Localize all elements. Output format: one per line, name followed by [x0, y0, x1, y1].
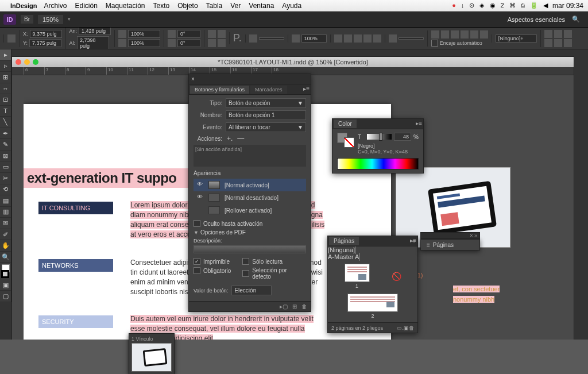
tint-slider[interactable] — [367, 134, 392, 140]
valor-boton-field[interactable]: Elección — [231, 286, 272, 295]
visibility-icon[interactable] — [196, 206, 204, 214]
y-field[interactable]: 7,375 pulg — [29, 39, 61, 47]
fit-3-icon[interactable] — [451, 30, 459, 38]
fit-4-icon[interactable] — [461, 30, 469, 38]
eye-icon[interactable]: ◉ — [490, 2, 496, 9]
caption-line-1[interactable]: et, con sectetuer — [453, 286, 500, 292]
page-thumb-2[interactable] — [347, 294, 398, 312]
hand-tool[interactable]: ✋ — [0, 240, 11, 252]
menu-archivo[interactable]: Archivo — [44, 2, 67, 10]
search-icon[interactable]: 🔍 — [572, 16, 580, 23]
floating-pages-header[interactable]: × » — [420, 232, 480, 239]
appearance-normal-on[interactable]: 👁 [Normal activado] — [194, 179, 306, 191]
content-collector-tool[interactable]: ⊡ — [0, 94, 11, 106]
pages-panel[interactable]: Páginas ▸≡ « [Ninguna] A-Master A 1 🚫 2 … — [327, 236, 418, 333]
fx-icon[interactable] — [292, 34, 300, 43]
indesign-logo[interactable]: ID — [3, 14, 16, 25]
width-field[interactable]: 1,428 pulg — [79, 28, 111, 35]
rotate-ccw-icon[interactable] — [218, 39, 226, 47]
preview-button[interactable]: ▸▢ — [280, 303, 288, 310]
align-2-icon[interactable] — [554, 30, 562, 38]
menu-maquetacion[interactable]: Maquetación — [106, 2, 145, 10]
height-field[interactable]: 2,7398 pulg — [77, 36, 109, 50]
icon-b[interactable]: ⎙ — [521, 2, 525, 9]
zoom-dropdown-icon[interactable]: ▼ — [67, 17, 71, 22]
seleccion-checkbox[interactable] — [242, 270, 249, 277]
opacity-field[interactable]: 100% — [301, 34, 327, 43]
section-label-consulting[interactable]: IT CONSULTING — [38, 202, 113, 214]
volume-icon[interactable]: ◀ — [543, 2, 548, 9]
tab-marcadores[interactable]: Marcadores — [250, 86, 287, 94]
type-tool[interactable]: T — [0, 106, 11, 117]
obligatorio-checkbox[interactable] — [194, 267, 200, 274]
spectrum-picker[interactable] — [337, 158, 419, 169]
tint-value[interactable]: 48 — [394, 133, 411, 141]
scissors-tool[interactable]: ✂ — [0, 173, 11, 184]
close-icon[interactable]: × — [470, 233, 473, 238]
document-titlebar[interactable]: *TC9980101-LAYOUT-MI1.indd @ 150% [Conve… — [12, 57, 574, 67]
remove-action-button[interactable]: — — [237, 134, 244, 142]
pages-collapse-icon[interactable]: ≡ — [427, 242, 430, 248]
icon-a[interactable]: ⌘ — [509, 2, 516, 9]
panel-menu-icon[interactable]: ▸≡ — [303, 86, 310, 92]
menu-edicion[interactable]: Edición — [75, 2, 97, 10]
page-heading[interactable]: ext-generation IT suppo — [24, 168, 207, 188]
delete-page-button[interactable]: 🗑 — [409, 325, 414, 331]
nombre-field[interactable]: Botón de opción 1 — [226, 110, 306, 120]
trash-button[interactable]: 🗑 — [301, 303, 307, 310]
sync-icon[interactable]: ↓ — [461, 2, 465, 9]
reference-point-icon[interactable] — [7, 34, 16, 43]
appearance-rollover-on[interactable]: [Rollover activado] — [194, 204, 306, 217]
expand-icon[interactable]: » — [474, 233, 477, 238]
textwrap-1-icon[interactable] — [334, 34, 342, 43]
shear-field[interactable]: 0° — [177, 39, 200, 47]
actions-list[interactable]: [Sin acción añadida] — [194, 145, 306, 167]
appearance-normal-off[interactable]: 👁 [Normal desactivado] — [194, 191, 306, 204]
align-3-icon[interactable] — [564, 30, 572, 38]
tab-color[interactable]: Color — [334, 119, 357, 128]
gradient-swatch-tool[interactable]: ▤ — [0, 195, 11, 207]
direct-selection-tool[interactable]: ▹ — [0, 61, 11, 72]
pages-thumbnails[interactable]: 1 🚫 2 — [328, 260, 417, 322]
fill-stroke-proxy[interactable] — [337, 133, 354, 148]
fill-stroke-swatch[interactable] — [2, 264, 9, 277]
flip-h-icon[interactable] — [208, 30, 216, 38]
eyedropper-tool[interactable]: ✐ — [0, 229, 11, 241]
edit-page-size-button[interactable]: ▭. — [397, 325, 404, 331]
align-5-icon[interactable] — [554, 39, 562, 47]
battery-icon[interactable]: 🔋 — [530, 2, 538, 9]
tipo-dropdown[interactable]: Botón de opción▼ — [226, 98, 306, 108]
alert-icon[interactable]: ● — [452, 2, 456, 9]
zoom-tool[interactable]: 🔍 — [0, 252, 11, 263]
buttons-forms-panel[interactable]: × Botones y formularios Marcadores ▸≡ Ti… — [188, 74, 311, 312]
line-tool[interactable]: ╲ — [0, 117, 11, 128]
menu-tabla[interactable]: Tabla — [206, 2, 223, 10]
dropbox-icon[interactable]: ◈ — [479, 2, 484, 9]
stroke-weight[interactable] — [259, 37, 284, 40]
gradient-feather-tool[interactable]: ▥ — [0, 207, 11, 218]
x-field[interactable]: 9,375 pulg — [30, 30, 62, 38]
app-name[interactable]: InDesign — [10, 2, 37, 9]
floating-pages-tab[interactable]: ≡ Páginas — [420, 239, 480, 250]
fit-2-icon[interactable] — [441, 30, 449, 38]
workspace-switcher[interactable]: Aspectos esenciales — [508, 16, 565, 23]
zoom-level[interactable]: 150% — [38, 15, 63, 24]
scale-x-field[interactable]: 100% — [128, 30, 160, 38]
pen-tool[interactable]: ✒ — [0, 128, 11, 140]
tab-botones[interactable]: Botones y formularios — [190, 86, 249, 94]
descripcion-field[interactable] — [194, 245, 306, 253]
scale-y-field[interactable]: 100% — [128, 39, 160, 47]
page-tool[interactable]: ⊞ — [0, 72, 11, 83]
note-tool[interactable]: ✉ — [0, 218, 11, 229]
pages-panel-menu-icon[interactable]: ▸≡ — [410, 237, 416, 244]
menu-objeto[interactable]: Objeto — [177, 2, 198, 10]
imprimible-checkbox[interactable] — [194, 258, 200, 265]
gap-tool[interactable]: ↔ — [0, 83, 11, 95]
p-icon[interactable]: P. — [233, 32, 242, 44]
fit-1-icon[interactable] — [431, 30, 439, 38]
auto-fit-checkbox[interactable] — [431, 40, 438, 47]
pencil-tool[interactable]: ✎ — [0, 139, 11, 151]
color-panel-menu-icon[interactable]: ▸≡ — [416, 120, 422, 126]
evento-dropdown[interactable]: Al liberar o tocar▼ — [226, 122, 306, 132]
pdf-disclosure-icon[interactable]: ▼ — [194, 230, 199, 236]
